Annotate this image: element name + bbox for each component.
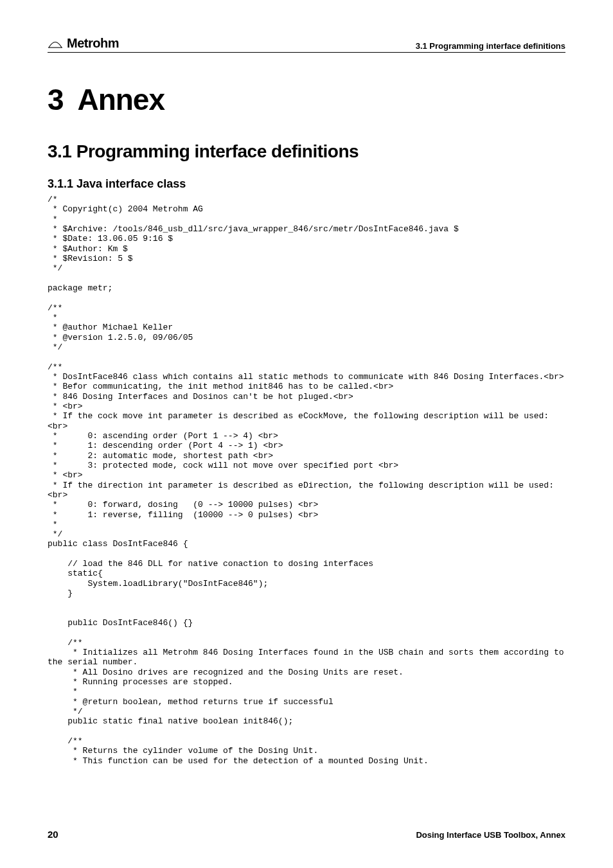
page-number: 20 xyxy=(48,829,58,840)
code-listing: /* * Copyright(c) 2004 Metrohm AG * * $A… xyxy=(48,195,565,766)
subsection-number: 3.1.1 xyxy=(48,177,73,190)
footer-title: Dosing Interface USB Toolbox, Annex xyxy=(416,830,565,840)
section-title: 3.1 Programming interface definitions xyxy=(48,141,565,162)
brand: Metrohm xyxy=(48,36,119,51)
header-section-label: 3.1 Programming interface definitions xyxy=(416,41,565,51)
chapter-title: 3 Annex xyxy=(48,82,565,117)
subsection-title: 3.1.1 Java interface class xyxy=(48,177,565,191)
section-name: Programming interface definitions xyxy=(76,141,359,161)
section-number: 3.1 xyxy=(48,141,71,161)
page-header: Metrohm 3.1 Programming interface defini… xyxy=(48,36,565,53)
subsection-name: Java interface class xyxy=(76,177,186,190)
page-footer: 20 Dosing Interface USB Toolbox, Annex xyxy=(48,829,565,840)
chapter-number: 3 xyxy=(48,83,64,116)
chapter-name: Annex xyxy=(77,83,164,116)
brand-name: Metrohm xyxy=(67,36,119,51)
brand-icon xyxy=(48,39,63,48)
